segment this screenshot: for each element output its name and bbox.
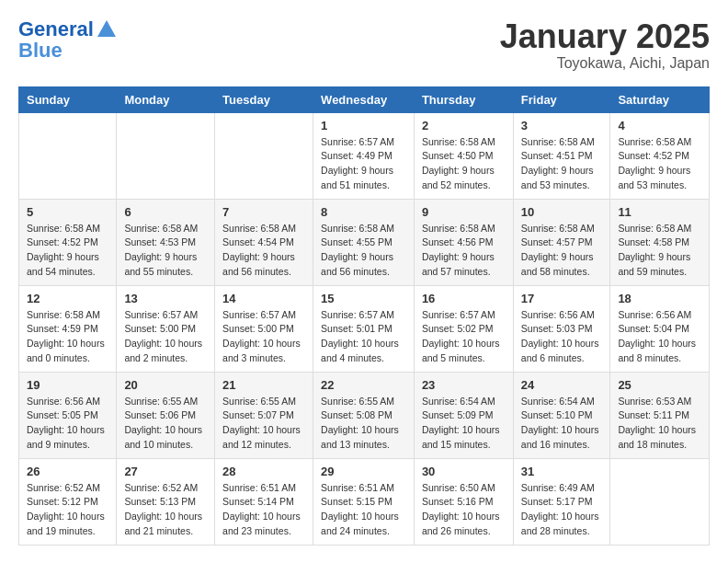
day-number: 10 [521,205,603,219]
day-info: Sunrise: 6:49 AM Sunset: 5:17 PM Dayligh… [521,481,603,539]
day-number: 3 [521,119,603,132]
day-info: Sunrise: 6:58 AM Sunset: 4:50 PM Dayligh… [422,135,506,193]
logo: General Blue [18,18,116,61]
calendar-cell: 12Sunrise: 6:58 AM Sunset: 4:59 PM Dayli… [19,285,117,372]
calendar-table: SundayMondayTuesdayWednesdayThursdayFrid… [18,86,710,546]
day-number: 24 [521,378,603,392]
day-info: Sunrise: 6:58 AM Sunset: 4:58 PM Dayligh… [618,222,701,280]
calendar-cell: 20Sunrise: 6:55 AM Sunset: 5:06 PM Dayli… [117,372,215,458]
day-number: 19 [27,378,108,392]
day-number: 30 [422,465,506,478]
calendar-cell: 30Sunrise: 6:50 AM Sunset: 5:16 PM Dayli… [414,458,513,545]
calendar-cell [610,458,710,545]
day-number: 7 [222,205,305,219]
day-number: 8 [321,205,406,219]
calendar-cell: 22Sunrise: 6:55 AM Sunset: 5:08 PM Dayli… [313,372,415,458]
calendar-cell: 8Sunrise: 6:58 AM Sunset: 4:55 PM Daylig… [313,199,415,285]
day-number: 25 [618,378,701,392]
calendar-cell: 9Sunrise: 6:58 AM Sunset: 4:56 PM Daylig… [414,199,513,285]
weekday-header-thursday: Thursday [414,86,513,112]
day-number: 31 [521,465,603,478]
day-number: 20 [124,378,207,392]
svg-marker-0 [97,20,116,37]
calendar-cell: 14Sunrise: 6:57 AM Sunset: 5:00 PM Dayli… [215,285,313,372]
day-number: 2 [422,119,506,132]
day-number: 23 [422,378,506,392]
calendar-cell: 26Sunrise: 6:52 AM Sunset: 5:12 PM Dayli… [19,458,117,545]
day-info: Sunrise: 6:58 AM Sunset: 4:55 PM Dayligh… [321,222,406,280]
calendar-cell: 19Sunrise: 6:56 AM Sunset: 5:05 PM Dayli… [19,372,117,458]
calendar-cell: 29Sunrise: 6:51 AM Sunset: 5:15 PM Dayli… [313,458,415,545]
logo-text-blue: Blue [18,40,63,61]
calendar-cell: 7Sunrise: 6:58 AM Sunset: 4:54 PM Daylig… [215,199,313,285]
day-number: 12 [27,292,108,305]
calendar-cell: 3Sunrise: 6:58 AM Sunset: 4:51 PM Daylig… [513,112,610,199]
day-info: Sunrise: 6:57 AM Sunset: 5:01 PM Dayligh… [321,308,406,366]
calendar-cell: 17Sunrise: 6:56 AM Sunset: 5:03 PM Dayli… [513,285,610,372]
day-info: Sunrise: 6:56 AM Sunset: 5:04 PM Dayligh… [618,308,701,366]
calendar-cell: 15Sunrise: 6:57 AM Sunset: 5:01 PM Dayli… [313,285,415,372]
day-info: Sunrise: 6:57 AM Sunset: 5:02 PM Dayligh… [422,308,506,366]
calendar-week-row: 12Sunrise: 6:58 AM Sunset: 4:59 PM Dayli… [19,285,710,372]
calendar-cell: 25Sunrise: 6:53 AM Sunset: 5:11 PM Dayli… [610,372,710,458]
day-number: 29 [321,465,406,478]
calendar-cell: 21Sunrise: 6:55 AM Sunset: 5:07 PM Dayli… [215,372,313,458]
calendar-cell: 5Sunrise: 6:58 AM Sunset: 4:52 PM Daylig… [19,199,117,285]
day-info: Sunrise: 6:56 AM Sunset: 5:03 PM Dayligh… [521,308,603,366]
day-info: Sunrise: 6:52 AM Sunset: 5:12 PM Dayligh… [27,481,108,539]
day-number: 11 [618,205,701,219]
day-info: Sunrise: 6:54 AM Sunset: 5:09 PM Dayligh… [422,395,506,453]
day-number: 18 [618,292,701,305]
logo-text-general: General [18,19,94,40]
calendar-week-row: 19Sunrise: 6:56 AM Sunset: 5:05 PM Dayli… [19,372,710,458]
day-number: 9 [422,205,506,219]
day-info: Sunrise: 6:57 AM Sunset: 4:49 PM Dayligh… [321,135,406,193]
day-info: Sunrise: 6:58 AM Sunset: 4:52 PM Dayligh… [618,135,701,193]
day-info: Sunrise: 6:55 AM Sunset: 5:07 PM Dayligh… [222,395,305,453]
weekday-header-sunday: Sunday [19,86,117,112]
day-number: 22 [321,378,406,392]
calendar-cell: 11Sunrise: 6:58 AM Sunset: 4:58 PM Dayli… [610,199,710,285]
day-info: Sunrise: 6:57 AM Sunset: 5:00 PM Dayligh… [222,308,305,366]
day-number: 26 [27,465,108,478]
title-section: January 2025 Toyokawa, Aichi, Japan [500,18,710,72]
calendar-cell: 23Sunrise: 6:54 AM Sunset: 5:09 PM Dayli… [414,372,513,458]
calendar-cell [117,112,215,199]
calendar-cell: 1Sunrise: 6:57 AM Sunset: 4:49 PM Daylig… [313,112,415,199]
calendar-cell [215,112,313,199]
day-number: 13 [124,292,207,305]
calendar-body: 1Sunrise: 6:57 AM Sunset: 4:49 PM Daylig… [19,112,710,545]
weekday-header-tuesday: Tuesday [215,86,313,112]
calendar-cell [19,112,117,199]
day-info: Sunrise: 6:50 AM Sunset: 5:16 PM Dayligh… [422,481,506,539]
day-info: Sunrise: 6:58 AM Sunset: 4:52 PM Dayligh… [27,222,108,280]
day-number: 16 [422,292,506,305]
location: Toyokawa, Aichi, Japan [500,55,710,72]
weekday-header-saturday: Saturday [610,86,710,112]
weekday-header-monday: Monday [117,86,215,112]
calendar-cell: 27Sunrise: 6:52 AM Sunset: 5:13 PM Dayli… [117,458,215,545]
day-number: 5 [27,205,108,219]
day-info: Sunrise: 6:58 AM Sunset: 4:54 PM Dayligh… [222,222,305,280]
calendar-cell: 28Sunrise: 6:51 AM Sunset: 5:14 PM Dayli… [215,458,313,545]
calendar-cell: 6Sunrise: 6:58 AM Sunset: 4:53 PM Daylig… [117,199,215,285]
day-info: Sunrise: 6:58 AM Sunset: 4:59 PM Dayligh… [27,308,108,366]
day-info: Sunrise: 6:55 AM Sunset: 5:06 PM Dayligh… [124,395,207,453]
day-info: Sunrise: 6:57 AM Sunset: 5:00 PM Dayligh… [124,308,207,366]
day-number: 6 [124,205,207,219]
calendar-cell: 18Sunrise: 6:56 AM Sunset: 5:04 PM Dayli… [610,285,710,372]
calendar-cell: 13Sunrise: 6:57 AM Sunset: 5:00 PM Dayli… [117,285,215,372]
calendar-week-row: 1Sunrise: 6:57 AM Sunset: 4:49 PM Daylig… [19,112,710,199]
calendar-cell: 4Sunrise: 6:58 AM Sunset: 4:52 PM Daylig… [610,112,710,199]
day-number: 17 [521,292,603,305]
day-number: 21 [222,378,305,392]
calendar-week-row: 26Sunrise: 6:52 AM Sunset: 5:12 PM Dayli… [19,458,710,545]
calendar-header-row: SundayMondayTuesdayWednesdayThursdayFrid… [19,86,710,112]
calendar-cell: 2Sunrise: 6:58 AM Sunset: 4:50 PM Daylig… [414,112,513,199]
calendar-cell: 31Sunrise: 6:49 AM Sunset: 5:17 PM Dayli… [513,458,610,545]
calendar-week-row: 5Sunrise: 6:58 AM Sunset: 4:52 PM Daylig… [19,199,710,285]
day-info: Sunrise: 6:56 AM Sunset: 5:05 PM Dayligh… [27,395,108,453]
day-number: 4 [618,119,701,132]
day-number: 28 [222,465,305,478]
day-info: Sunrise: 6:52 AM Sunset: 5:13 PM Dayligh… [124,481,207,539]
